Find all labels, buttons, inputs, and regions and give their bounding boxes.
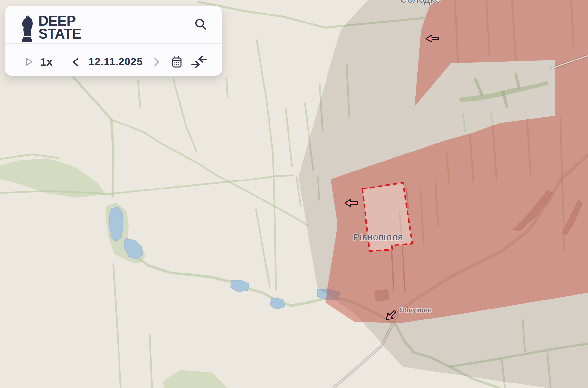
brand-line-2: STATE [38,27,81,40]
town-label: Яблукове [399,306,432,314]
brand-wordmark: DEEP STATE [38,14,81,40]
date-display[interactable]: 12.11.2025 [89,56,143,68]
play-icon [25,57,33,66]
search-icon [194,18,207,31]
compare-dates-button[interactable] [191,55,207,70]
brand-line-1: DEEP [38,14,81,27]
town-label: Солодке [400,0,441,5]
timeline-controls: 1x 12.11.2025 [5,44,222,76]
card-header: DEEP STATE [5,6,222,44]
deepstate-map-app: Солодке Рівнопілля Яблукове DEEP STATE [0,0,588,388]
deepstate-logo[interactable]: DEEP STATE [21,13,81,42]
town-label: Рівнопілля [353,232,403,242]
chevron-left-icon [72,57,79,67]
next-date-button[interactable] [153,57,160,68]
prev-date-button[interactable] [72,57,79,68]
play-button[interactable] [25,57,33,68]
control-card: DEEP STATE 1x 12.11.2025 [5,6,222,76]
calendar-icon [172,56,182,69]
knight-logo-icon [21,13,33,42]
chevron-right-icon [153,57,160,67]
speed-button[interactable]: 1x [40,56,52,68]
calendar-button[interactable] [172,56,182,70]
converging-arrows-icon [191,55,207,69]
search-button[interactable] [194,18,207,31]
